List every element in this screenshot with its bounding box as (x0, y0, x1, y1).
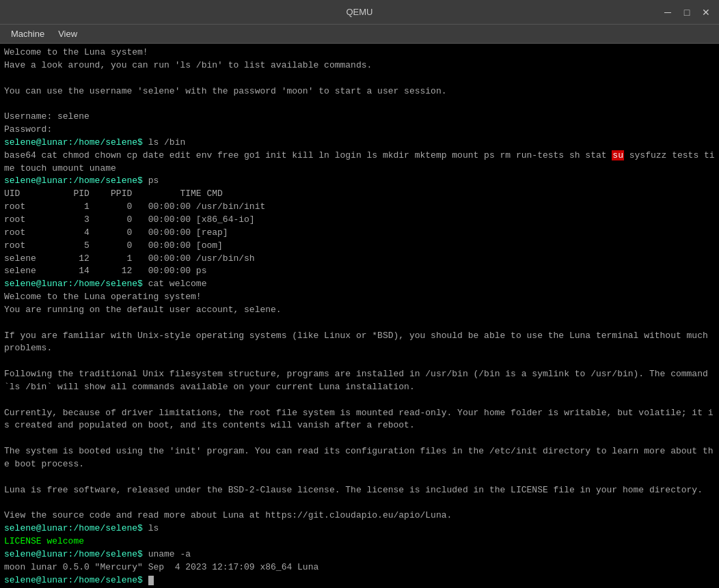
titlebar-controls: ─ □ ✕ (660, 5, 714, 20)
cmd-3: cat welcome Welcome to the Luna operatin… (4, 279, 714, 520)
prompt-1: selene@lunar:/home/selene$ (4, 137, 143, 148)
cmd-active (143, 575, 148, 585)
menu-machine[interactable]: Machine (5, 27, 50, 40)
prompt-5: selene@lunar:/home/selene$ (4, 549, 143, 559)
prompt-2: selene@lunar:/home/selene$ (4, 176, 143, 186)
cmd-2: ps UID PID PPID TIME CMD root 1 0 00:00:… (4, 176, 265, 276)
titlebar-title: QEMU (347, 7, 373, 17)
minimize-button[interactable]: ─ (660, 5, 675, 20)
prompt-6: selene@lunar:/home/selene$ (4, 575, 143, 585)
ls-bin-output: base64 cat chmod chown cp date edit env … (4, 150, 612, 160)
terminal-line-welcome1: Welcome to the Luna system! Have a look … (4, 47, 447, 135)
titlebar: QEMU ─ □ ✕ (0, 0, 719, 25)
ls-output: LICENSE welcome (4, 536, 84, 546)
menubar: Machine View (0, 25, 719, 44)
prompt-4: selene@lunar:/home/selene$ (4, 523, 143, 533)
cmd-4: ls (143, 523, 159, 533)
su-highlight: su (612, 150, 624, 160)
menu-view[interactable]: View (53, 27, 83, 40)
cursor (148, 576, 154, 585)
maximize-button[interactable]: □ (679, 5, 694, 20)
cmd-1: ls /bin (143, 137, 185, 148)
prompt-3: selene@lunar:/home/selene$ (4, 279, 143, 289)
close-button[interactable]: ✕ (698, 5, 714, 20)
terminal[interactable]: Welcome to the Luna system! Have a look … (0, 44, 719, 588)
